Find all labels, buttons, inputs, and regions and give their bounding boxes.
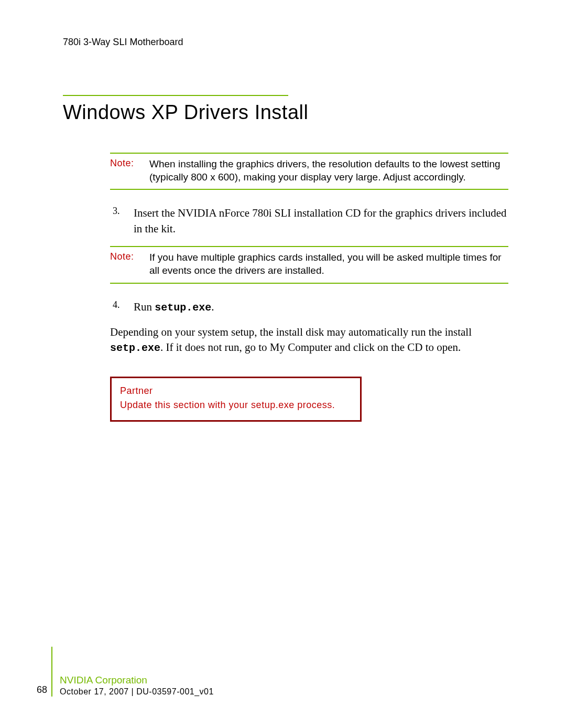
- step-number: 3.: [113, 206, 134, 217]
- note-text: When installing the graphics drivers, th…: [149, 158, 508, 184]
- note-text: If you have multiple graphics cards inst…: [149, 251, 508, 277]
- page-title: Windows XP Drivers Install: [63, 101, 519, 124]
- step-text: Run setup.exe.: [134, 299, 214, 315]
- footer-date: October 17, 2007 | DU-03597-001_v01: [60, 687, 214, 697]
- step-3: 3. Insert the NVIDIA nForce 780i SLI ins…: [113, 206, 508, 237]
- step4-post: .: [211, 301, 214, 313]
- note-label: Note:: [110, 158, 149, 169]
- step-text: Insert the NVIDIA nForce 780i SLI instal…: [134, 206, 508, 237]
- paragraph: Depending on your system setup, the inst…: [110, 325, 508, 356]
- note-block-1: Note: When installing the graphics drive…: [110, 153, 508, 190]
- partner-title: Partner: [120, 386, 352, 397]
- step-number: 4.: [113, 299, 134, 311]
- partner-text: Update this section with your setup.exe …: [120, 400, 352, 411]
- page-number: 68: [37, 684, 47, 697]
- partner-callout: Partner Update this section with your se…: [110, 377, 362, 422]
- note-label: Note:: [110, 251, 149, 262]
- footer: 68 NVIDIA Corporation October 17, 2007 |…: [37, 647, 214, 697]
- para-part2: . If it does not run, go to My Computer …: [160, 341, 461, 354]
- step4-pre: Run: [134, 301, 155, 313]
- para-command: setp.exe: [110, 342, 160, 354]
- step4-command: setup.exe: [155, 302, 211, 314]
- para-part1: Depending on your system setup, the inst…: [110, 326, 472, 338]
- step-4: 4. Run setup.exe.: [113, 299, 508, 315]
- document-header: 780i 3-Way SLI Motherboard: [63, 37, 519, 48]
- footer-company: NVIDIA Corporation: [60, 675, 214, 686]
- title-divider: [63, 95, 288, 96]
- note-block-2: Note: If you have multiple graphics card…: [110, 246, 508, 283]
